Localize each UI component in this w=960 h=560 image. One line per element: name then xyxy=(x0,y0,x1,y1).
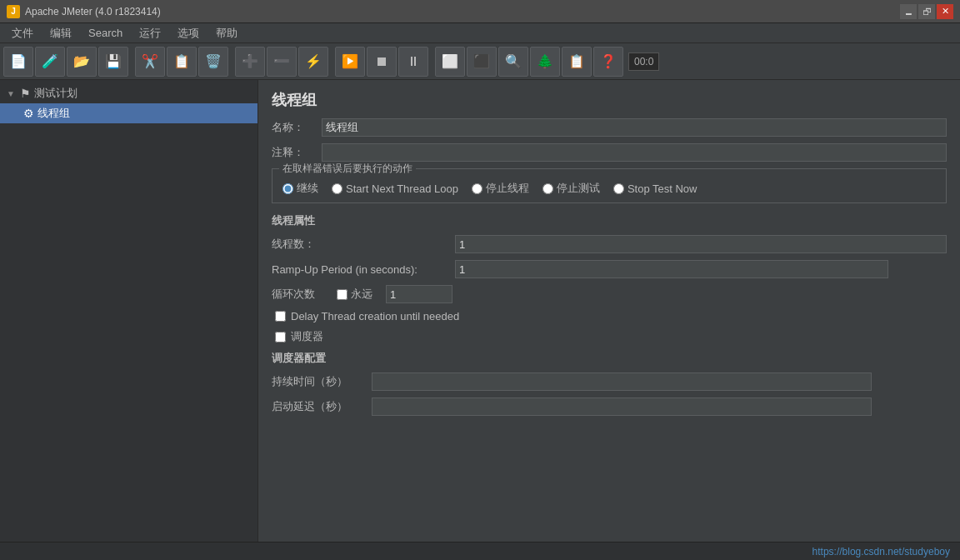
delete-button[interactable]: 🗑️ xyxy=(198,47,228,77)
start-delay-label: 启动延迟（秒） xyxy=(272,399,372,414)
name-input[interactable] xyxy=(322,118,947,137)
tree-root: ▼ ⚑ 测试计划 ⚙ 线程组 xyxy=(0,80,258,127)
name-label: 名称： xyxy=(272,120,322,135)
forever-option[interactable]: 永远 xyxy=(337,287,372,302)
radio-stop-thread-input[interactable] xyxy=(472,183,482,194)
minimize-button[interactable]: 🗕 xyxy=(900,4,917,19)
tree-item-thread-group[interactable]: ⚙ 线程组 xyxy=(0,103,258,123)
cut-button[interactable]: ✂️ xyxy=(135,47,165,77)
thread-group-icon: ⚙ xyxy=(23,107,34,120)
radio-stop-test-now-input[interactable] xyxy=(613,183,624,194)
delay-thread-label: Delay Thread creation until needed xyxy=(291,310,459,322)
scheduler-config-title: 调度器配置 xyxy=(272,351,947,366)
menu-options[interactable]: 选项 xyxy=(169,24,208,42)
thread-properties-title: 线程属性 xyxy=(272,213,947,228)
radio-next-thread[interactable]: Start Next Thread Loop xyxy=(332,182,458,195)
comment-label: 注释： xyxy=(272,145,322,160)
pause-button[interactable]: ⏸ xyxy=(398,47,428,77)
app-title: Apache JMeter (4.0 r1823414) xyxy=(25,6,161,18)
menu-edit[interactable]: 编辑 xyxy=(42,24,80,42)
name-row: 名称： xyxy=(272,118,947,137)
ramp-up-input[interactable] xyxy=(455,260,888,278)
radio-stop-thread[interactable]: 停止线程 xyxy=(472,181,529,196)
thread-count-row: 线程数： xyxy=(272,235,947,253)
loop-count-input[interactable] xyxy=(386,285,452,303)
status-url: https://blog.csdn.net/studyeboy xyxy=(812,546,950,558)
radio-continue-input[interactable] xyxy=(282,183,293,194)
scheduler-checkbox[interactable] xyxy=(275,332,286,342)
start-delay-input[interactable] xyxy=(372,398,872,416)
content-area: 线程组 名称： 注释： 在取样器错误后要执行的动作 继续 Start Next … xyxy=(258,80,960,542)
radio-next-thread-label: Start Next Thread Loop xyxy=(346,182,458,195)
radio-stop-test-now-label: Stop Test Now xyxy=(628,182,698,195)
title-bar: J Apache JMeter (4.0 r1823414) 🗕 🗗 ✕ xyxy=(0,0,960,23)
thread-group-label: 线程组 xyxy=(38,106,70,121)
ramp-up-row: Ramp-Up Period (in seconds): xyxy=(272,260,947,278)
delay-thread-checkbox[interactable] xyxy=(275,311,286,322)
menu-file[interactable]: 文件 xyxy=(3,24,42,42)
loop-count-row: 循环次数 永远 xyxy=(272,285,947,303)
radio-stop-test-label: 停止测试 xyxy=(557,181,600,196)
ramp-up-label: Ramp-Up Period (in seconds): xyxy=(272,263,455,276)
radio-stop-test-now[interactable]: Stop Test Now xyxy=(613,182,698,195)
radio-stop-thread-label: 停止线程 xyxy=(486,181,529,196)
status-bar: https://blog.csdn.net/studyeboy xyxy=(0,542,960,560)
remove-button[interactable]: ➖ xyxy=(267,47,297,77)
page-title: 线程组 xyxy=(272,90,947,110)
window-controls: 🗕 🗗 ✕ xyxy=(900,4,953,19)
log-button[interactable]: 📋 xyxy=(562,47,592,77)
comment-input[interactable] xyxy=(322,143,947,162)
forever-checkbox[interactable] xyxy=(337,289,348,300)
duration-input[interactable] xyxy=(372,372,872,391)
save-button[interactable]: 💾 xyxy=(98,47,128,77)
maximize-button[interactable]: 🗗 xyxy=(918,4,935,19)
main-area: ▼ ⚑ 测试计划 ⚙ 线程组 线程组 名称： 注释： 在取样器错误后要执行的动作 xyxy=(0,80,960,542)
test-plan-icon: ⚑ xyxy=(20,87,31,100)
start-delay-row: 启动延迟（秒） xyxy=(272,398,947,416)
title-bar-left: J Apache JMeter (4.0 r1823414) xyxy=(7,5,161,18)
search-button[interactable]: 🔍 xyxy=(498,47,528,77)
copy-button[interactable]: 📋 xyxy=(167,47,197,77)
radio-next-thread-input[interactable] xyxy=(332,183,342,194)
error-action-legend: 在取样器错误后要执行的动作 xyxy=(279,162,416,176)
menu-bar: 文件 编辑 Search 运行 选项 帮助 xyxy=(0,23,960,43)
timer-display: 00:0 xyxy=(628,52,659,71)
clear-button[interactable]: ⬜ xyxy=(435,47,465,77)
menu-help[interactable]: 帮助 xyxy=(208,24,246,42)
clear-all-button[interactable]: ⬛ xyxy=(467,47,497,77)
duration-label: 持续时间（秒） xyxy=(272,374,372,389)
close-button[interactable]: ✕ xyxy=(937,4,953,19)
radio-stop-test[interactable]: 停止测试 xyxy=(542,181,600,196)
tree-toggle: ▼ xyxy=(7,89,17,98)
start-button[interactable]: ▶️ xyxy=(335,47,365,77)
duration-row: 持续时间（秒） xyxy=(272,372,947,391)
toggle-button[interactable]: ⚡ xyxy=(298,47,328,77)
template-button[interactable]: 🧪 xyxy=(35,47,65,77)
scheduler-row: 调度器 xyxy=(275,329,947,344)
radio-continue[interactable]: 继续 xyxy=(282,181,318,196)
thread-count-label: 线程数： xyxy=(272,237,455,252)
menu-search[interactable]: Search xyxy=(80,25,131,41)
test-plan-label: 测试计划 xyxy=(34,86,78,101)
radio-stop-test-input[interactable] xyxy=(542,183,553,194)
thread-count-input[interactable] xyxy=(455,235,947,253)
toolbar: 📄 🧪 📂 💾 ✂️ 📋 🗑️ ➕ ➖ ⚡ ▶️ ⏹ ⏸ ⬜ ⬛ 🔍 🌲 📋 ❓… xyxy=(0,43,960,80)
delay-thread-row: Delay Thread creation until needed xyxy=(275,310,947,322)
error-action-group: 在取样器错误后要执行的动作 继续 Start Next Thread Loop … xyxy=(272,168,947,203)
new-button[interactable]: 📄 xyxy=(3,47,33,77)
scheduler-label: 调度器 xyxy=(291,329,323,344)
sidebar: ▼ ⚑ 测试计划 ⚙ 线程组 xyxy=(0,80,258,542)
help-button[interactable]: ❓ xyxy=(593,47,623,77)
radio-continue-label: 继续 xyxy=(297,181,318,196)
loop-count-label: 循环次数 xyxy=(272,287,330,302)
comment-row: 注释： xyxy=(272,143,947,162)
tree-button[interactable]: 🌲 xyxy=(530,47,560,77)
tree-item-test-plan[interactable]: ▼ ⚑ 测试计划 xyxy=(0,83,258,103)
forever-label: 永远 xyxy=(351,287,372,302)
menu-run[interactable]: 运行 xyxy=(131,24,169,42)
add-button[interactable]: ➕ xyxy=(235,47,265,77)
radio-group: 继续 Start Next Thread Loop 停止线程 停止测试 Stop… xyxy=(282,181,936,196)
open-button[interactable]: 📂 xyxy=(67,47,97,77)
stop-button[interactable]: ⏹ xyxy=(367,47,397,77)
app-icon: J xyxy=(7,5,20,18)
